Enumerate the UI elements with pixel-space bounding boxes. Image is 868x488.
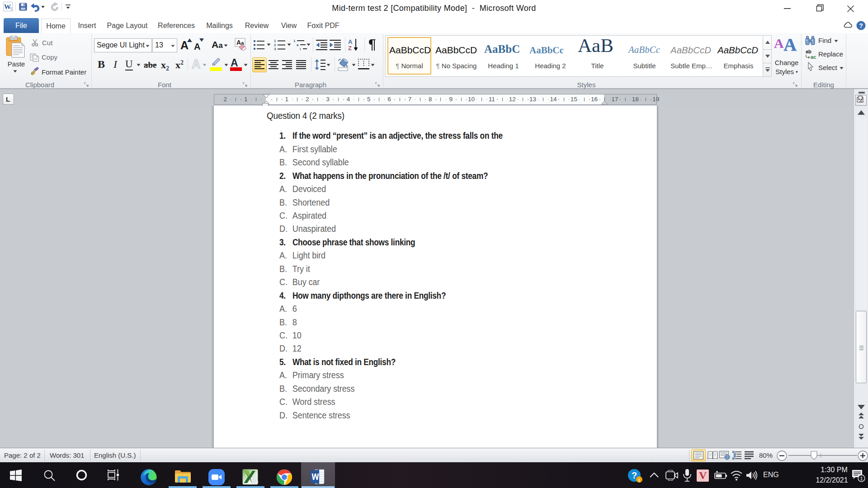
svg-text:a: a bbox=[297, 43, 299, 47]
svg-text:i: i bbox=[638, 477, 640, 483]
svg-text:A: A bbox=[348, 38, 353, 45]
svg-text:ab: ab bbox=[806, 49, 811, 54]
svg-text:?: ? bbox=[859, 22, 863, 29]
svg-text:1: 1 bbox=[293, 39, 296, 43]
svg-text:1: 1 bbox=[274, 39, 276, 43]
svg-text:ac: ac bbox=[811, 54, 816, 59]
svg-text:1: 1 bbox=[860, 476, 863, 481]
svg-text:Z: Z bbox=[348, 45, 352, 51]
svg-text:2: 2 bbox=[274, 43, 276, 47]
svg-text:3: 3 bbox=[274, 47, 276, 51]
svg-text:i: i bbox=[300, 47, 301, 51]
